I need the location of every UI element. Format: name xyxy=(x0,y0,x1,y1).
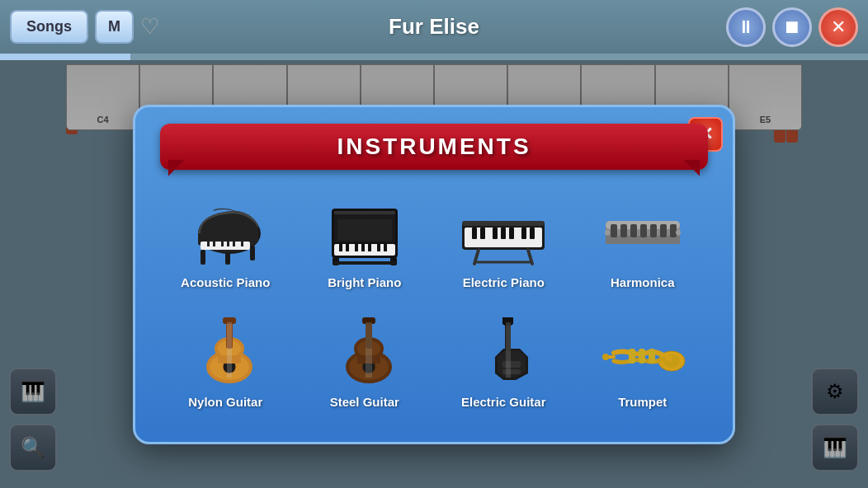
bright-piano-image xyxy=(315,195,414,269)
instrument-electric-piano[interactable]: Electric Piano xyxy=(438,186,569,298)
harmonica-image xyxy=(593,195,692,269)
m-button[interactable]: M xyxy=(95,10,134,44)
svg-rect-27 xyxy=(462,221,545,226)
svg-rect-42 xyxy=(611,224,617,237)
header: Songs M ♡ Fur Elise ⏸ ⏹ ✕ xyxy=(0,0,868,54)
electric-guitar-image xyxy=(454,314,553,388)
stop-button[interactable]: ⏹ xyxy=(772,7,812,47)
svg-point-50 xyxy=(676,230,681,235)
svg-rect-46 xyxy=(650,224,657,237)
svg-point-85 xyxy=(602,354,609,360)
svg-rect-7 xyxy=(221,242,224,246)
svg-rect-13 xyxy=(334,211,395,214)
svg-rect-6 xyxy=(213,242,215,246)
svg-rect-22 xyxy=(337,219,392,241)
bright-piano-label: Bright Piano xyxy=(328,275,401,289)
svg-rect-33 xyxy=(509,228,514,239)
instrument-harmonica[interactable]: Harmonica xyxy=(578,186,709,298)
steel-guitar-label: Steel Guitar xyxy=(330,395,399,409)
exit-button[interactable]: ✕ xyxy=(818,7,858,47)
svg-rect-15 xyxy=(339,244,342,251)
svg-rect-3 xyxy=(250,246,255,260)
svg-point-49 xyxy=(605,230,610,235)
svg-rect-31 xyxy=(493,228,498,239)
svg-rect-45 xyxy=(640,224,647,237)
svg-rect-8 xyxy=(227,242,229,246)
svg-rect-34 xyxy=(521,228,526,239)
svg-rect-16 xyxy=(346,244,349,251)
trumpet-image xyxy=(593,314,692,388)
instrument-steel-guitar[interactable]: Steel Guitar xyxy=(300,306,431,417)
electric-piano-label: Electric Piano xyxy=(463,275,545,289)
svg-rect-67 xyxy=(357,355,380,364)
svg-rect-20 xyxy=(377,244,380,251)
svg-rect-5 xyxy=(207,242,210,246)
svg-rect-10 xyxy=(241,242,243,246)
favorite-icon[interactable]: ♡ xyxy=(140,14,159,40)
songs-button[interactable]: Songs xyxy=(10,10,88,44)
svg-rect-2 xyxy=(225,252,230,265)
modal-overlay: ✕ INSTRUMENTS xyxy=(0,60,868,488)
svg-rect-19 xyxy=(368,244,371,251)
instrument-electric-guitar[interactable]: Electric Guitar xyxy=(438,306,569,417)
svg-rect-74 xyxy=(502,361,521,368)
main-area: 🎹 🔍 ⚙ 🎹 C4 D4 E4 F4 G4 A4 B4 C5 D5 E5 ✕ … xyxy=(0,60,868,488)
modal-title: INSTRUMENTS xyxy=(193,134,675,160)
electric-guitar-label: Electric Guitar xyxy=(461,395,546,409)
svg-rect-47 xyxy=(660,224,667,237)
progress-bar-container xyxy=(0,54,868,60)
svg-rect-17 xyxy=(355,244,358,251)
svg-rect-83 xyxy=(639,349,645,364)
svg-rect-84 xyxy=(649,349,655,364)
modal-title-banner: INSTRUMENTS xyxy=(160,124,708,170)
svg-rect-18 xyxy=(361,244,365,251)
harmonica-label: Harmonica xyxy=(611,275,675,289)
instruments-modal: ✕ INSTRUMENTS xyxy=(133,105,735,444)
instrument-acoustic-piano[interactable]: Acoustic Piano xyxy=(160,186,291,298)
steel-guitar-image xyxy=(315,314,414,388)
instrument-bright-piano[interactable]: Bright Piano xyxy=(300,186,431,298)
instrument-trumpet[interactable]: Trumpet xyxy=(578,306,709,417)
svg-rect-43 xyxy=(620,224,627,237)
electric-piano-image xyxy=(454,195,553,269)
instruments-grid: Acoustic Piano xyxy=(160,186,708,417)
svg-rect-29 xyxy=(472,228,477,239)
song-title: Fur Elise xyxy=(389,14,479,40)
instrument-nylon-guitar[interactable]: Nylon Guitar xyxy=(160,306,291,417)
svg-rect-1 xyxy=(200,250,205,265)
acoustic-piano-image xyxy=(176,195,275,269)
pause-button[interactable]: ⏸ xyxy=(726,7,766,47)
svg-rect-21 xyxy=(384,244,387,251)
svg-rect-30 xyxy=(480,228,485,239)
header-controls: ⏸ ⏹ ✕ xyxy=(726,7,858,47)
svg-rect-48 xyxy=(670,224,677,237)
svg-rect-69 xyxy=(362,317,375,324)
svg-rect-35 xyxy=(530,228,535,239)
svg-rect-25 xyxy=(333,261,396,265)
acoustic-piano-label: Acoustic Piano xyxy=(181,275,270,289)
svg-rect-75 xyxy=(502,369,521,374)
nylon-guitar-label: Nylon Guitar xyxy=(188,395,262,409)
svg-rect-82 xyxy=(629,349,635,364)
svg-rect-32 xyxy=(501,228,506,239)
progress-bar-fill xyxy=(0,54,130,60)
svg-rect-44 xyxy=(630,224,637,237)
trumpet-label: Trumpet xyxy=(618,395,667,409)
nylon-guitar-image xyxy=(176,314,275,388)
svg-rect-9 xyxy=(233,242,235,246)
header-left: Songs M ♡ xyxy=(10,10,159,44)
